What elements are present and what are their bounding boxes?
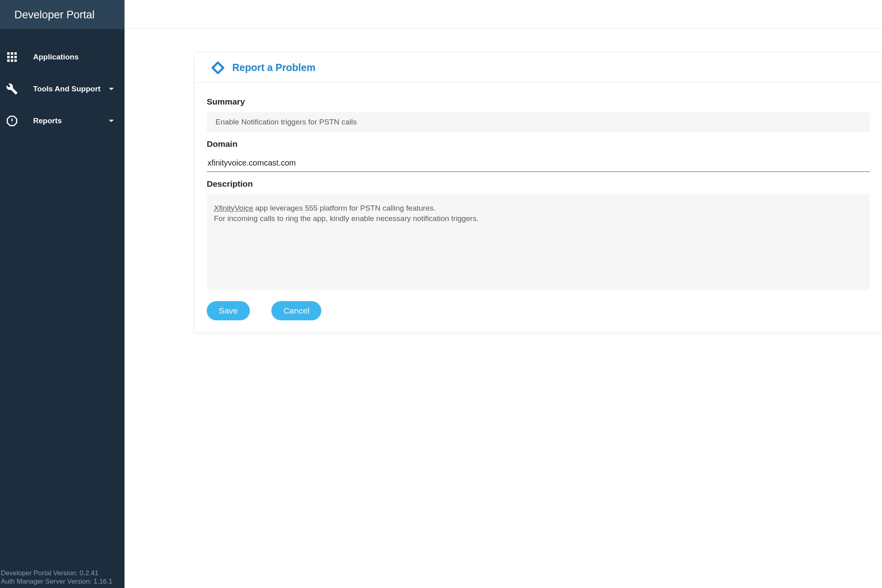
sidebar-header: Developer Portal (0, 0, 125, 29)
wrench-icon (6, 83, 18, 95)
sidebar-item-tools-and-support[interactable]: Tools And Support (0, 73, 125, 105)
form-group-summary: Summary (207, 97, 870, 132)
main-content: Report a Problem Summary Domain Descript… (125, 0, 882, 588)
version-line: Auth Manager Server Version: 1.16.1 (1, 577, 124, 586)
spellcheck-word: XfinityVoice (214, 204, 253, 212)
save-button[interactable]: Save (207, 301, 250, 320)
report-problem-card: Report a Problem Summary Domain Descript… (194, 52, 882, 333)
sidebar-item-reports[interactable]: Reports (0, 105, 125, 137)
sidebar-item-applications[interactable]: Applications (0, 41, 125, 73)
domain-label: Domain (207, 139, 870, 149)
cancel-button[interactable]: Cancel (271, 301, 321, 320)
card-header: Report a Problem (195, 52, 882, 83)
chevron-down-icon (109, 88, 114, 90)
description-label: Description (207, 179, 870, 189)
diamond-icon (210, 60, 226, 76)
sidebar-item-label: Tools And Support (33, 85, 109, 93)
topbar (125, 0, 882, 29)
form-group-description: Description XfinityVoice app leverages 5… (207, 179, 870, 290)
chevron-down-icon (109, 120, 114, 122)
sidebar-item-label: Reports (33, 116, 109, 125)
description-text: app leverages 555 platform for PSTN call… (253, 204, 435, 212)
card-title: Report a Problem (232, 62, 315, 73)
alert-icon (6, 115, 18, 127)
description-textarea[interactable]: XfinityVoice app leverages 555 platform … (207, 194, 870, 290)
summary-label: Summary (207, 97, 870, 107)
sidebar: Developer Portal Applications (0, 0, 125, 588)
button-row: Save Cancel (207, 301, 870, 320)
version-line: Developer Portal Version: 0.2.41 (1, 569, 124, 577)
form-group-domain: Domain (207, 139, 870, 172)
app-title: Developer Portal (7, 9, 117, 21)
sidebar-nav: Applications Tools And Support (0, 29, 125, 566)
grid-icon (6, 51, 18, 63)
sidebar-item-label: Applications (33, 53, 119, 61)
content-area: Report a Problem Summary Domain Descript… (125, 29, 882, 333)
sidebar-footer: Developer Portal Version: 0.2.41 Auth Ma… (0, 566, 125, 588)
summary-input[interactable] (207, 112, 870, 132)
domain-input[interactable] (207, 154, 870, 172)
card-body: Summary Domain Description XfinityVoice … (195, 83, 882, 332)
description-text: For incoming calls to ring the app, kind… (214, 214, 479, 223)
